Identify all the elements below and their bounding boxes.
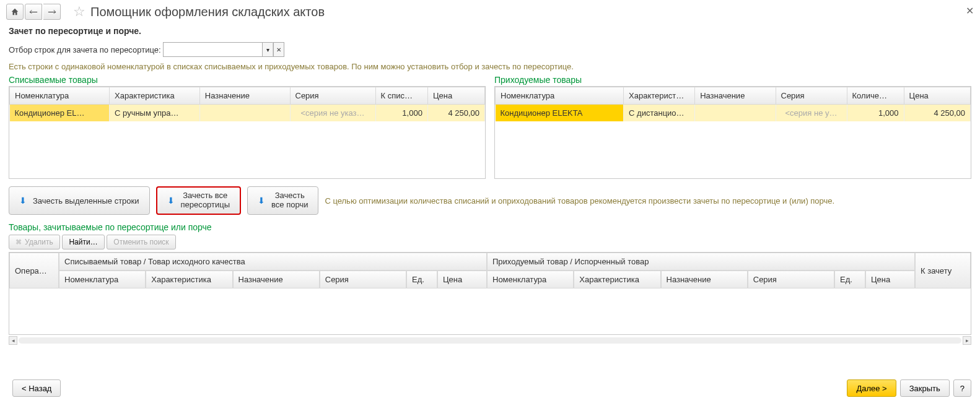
col-header[interactable]: Номенклатура	[487, 271, 574, 288]
filter-dropdown-icon[interactable]: ▾	[262, 42, 273, 57]
info-text: Есть строки с одинаковой номенклатурой в…	[9, 62, 971, 71]
col-header[interactable]: Назначение	[695, 87, 776, 105]
filter-input[interactable]	[163, 42, 262, 57]
col-header[interactable]: Серия	[776, 87, 847, 105]
col-header[interactable]: Ед.	[406, 271, 437, 288]
cell-qty: 1,000	[375, 105, 427, 122]
table-header-row: Номенклатура Характерист… Назначение Сер…	[496, 87, 971, 105]
forward-button[interactable]: 🡒	[43, 4, 61, 20]
cell-series: <серия не у…	[776, 105, 847, 122]
left-grid[interactable]: Номенклатура Характеристика Назначение С…	[9, 86, 486, 179]
col-header[interactable]: Цена	[904, 87, 970, 105]
cell-price: 4 250,00	[904, 105, 970, 122]
table-header-row: Номенклатура Характеристика Назначение С…	[10, 87, 485, 105]
filter-label: Отбор строк для зачета по пересортице:	[9, 45, 161, 54]
col-header[interactable]: Номенклатура	[59, 271, 146, 288]
col-header[interactable]: Цена	[437, 271, 487, 288]
col-header[interactable]: Серия	[320, 271, 406, 288]
back-button[interactable]: 🡐	[25, 4, 42, 20]
col-header[interactable]: Количе…	[847, 87, 904, 105]
apply-all-resort-button[interactable]: ⬇ Зачесть всепересортицы	[156, 186, 242, 215]
cell-dest	[695, 105, 776, 122]
cell-nomen: Кондиционер EL…	[10, 105, 110, 122]
right-caption: Приходуемые товары	[494, 75, 971, 85]
arrow-down-icon: ⬇	[258, 196, 265, 206]
cancel-find-button: Отменить поиск	[107, 235, 175, 249]
table-row[interactable]: Кондиционер ELEKTA С дистанцио… <серия н…	[496, 105, 971, 122]
col-header[interactable]: Номенклатура	[10, 87, 110, 105]
bottom-grid[interactable]: Опера… Списываемый товар / Товар исходно…	[9, 252, 971, 335]
col-header[interactable]: Назначение	[661, 271, 748, 288]
col-header[interactable]: К зачету	[915, 253, 971, 288]
col-header[interactable]: Характеристика	[146, 271, 232, 288]
cell-dest	[199, 105, 290, 122]
prev-button[interactable]: < Назад	[12, 379, 61, 397]
col-header[interactable]: Номенклатура	[496, 87, 624, 105]
col-header[interactable]: К спис…	[375, 87, 427, 105]
arrow-down-icon: ⬇	[19, 196, 27, 206]
arrow-down-icon: ⬇	[167, 196, 175, 206]
close-button[interactable]: Закрыть	[900, 379, 950, 397]
col-header[interactable]: Цена	[865, 271, 915, 288]
left-caption: Списываемые товары	[9, 75, 486, 85]
cell-char: С дистанцио…	[624, 105, 695, 122]
scroll-right-icon[interactable]: ▸	[963, 336, 971, 345]
col-header[interactable]: Назначение	[199, 87, 290, 105]
btn-label: Зачесть всепересортицы	[181, 191, 230, 210]
cell-series: <серия не указ…	[290, 105, 375, 122]
cell-qty: 1,000	[847, 105, 904, 122]
col-header[interactable]: Характерист…	[624, 87, 695, 105]
col-group-header[interactable]: Приходуемый товар / Испорченный товар	[487, 253, 915, 271]
bottom-caption: Товары, зачитываемые по пересортице или …	[9, 222, 971, 232]
x-icon: ✖	[15, 238, 22, 246]
col-header[interactable]: Серия	[290, 87, 375, 105]
col-header[interactable]: Опера…	[9, 253, 59, 288]
col-header[interactable]: Характеристика	[574, 271, 660, 288]
hint-text: С целью оптимизации количества списаний …	[325, 196, 834, 206]
btn-label: Зачестьвсе порчи	[271, 191, 308, 210]
close-icon[interactable]: ✕	[966, 5, 974, 17]
btn-label: Зачесть выделенные строки	[33, 196, 139, 206]
right-grid[interactable]: Номенклатура Характерист… Назначение Сер…	[494, 86, 971, 179]
cell-nomen: Кондиционер ELEKTA	[496, 105, 624, 122]
page-title: Помощник оформления складских актов	[90, 5, 325, 19]
apply-all-spoil-button[interactable]: ⬇ Зачестьвсе порчи	[247, 186, 318, 215]
help-button[interactable]: ?	[953, 379, 971, 397]
next-button[interactable]: Далее >	[847, 379, 896, 397]
col-header[interactable]: Ед.	[834, 271, 865, 288]
h-scrollbar[interactable]: ◂ ▸	[9, 336, 971, 345]
cell-char: С ручным упра…	[110, 105, 200, 122]
col-header[interactable]: Назначение	[233, 271, 320, 288]
cell-price: 4 250,00	[427, 105, 484, 122]
apply-selected-button[interactable]: ⬇ Зачесть выделенные строки	[9, 186, 150, 215]
scroll-left-icon[interactable]: ◂	[9, 336, 17, 345]
delete-button: ✖ Удалить	[9, 235, 60, 249]
favorite-star-icon[interactable]: ☆	[73, 4, 85, 20]
home-button[interactable]	[6, 4, 24, 20]
find-button[interactable]: Найти…	[62, 235, 104, 249]
col-header[interactable]: Цена	[427, 87, 484, 105]
table-row[interactable]: Кондиционер EL… С ручным упра… <серия не…	[10, 105, 485, 122]
col-group-header[interactable]: Списываемый товар / Товар исходного каче…	[59, 253, 487, 271]
col-header[interactable]: Серия	[748, 271, 834, 288]
col-header[interactable]: Характеристика	[110, 87, 200, 105]
section-heading: Зачет по пересортице и порче.	[9, 26, 971, 36]
scroll-track[interactable]	[19, 337, 961, 344]
filter-clear-icon[interactable]: ✕	[273, 42, 284, 57]
